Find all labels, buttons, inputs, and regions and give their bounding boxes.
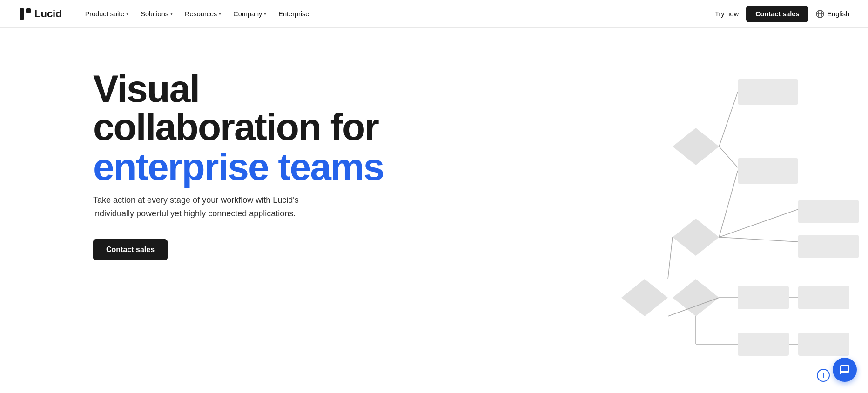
globe-icon	[816, 10, 824, 18]
svg-rect-21	[738, 286, 789, 309]
nav-company[interactable]: Company ▾	[229, 7, 271, 21]
svg-rect-9	[738, 158, 798, 184]
hero-title-blue: enterprise teams	[93, 148, 384, 186]
nav-links: Product suite ▾ Solutions ▾ Resources ▾ …	[81, 7, 715, 21]
nav-company-label: Company	[233, 10, 262, 18]
svg-marker-16	[621, 279, 668, 316]
chevron-down-icon: ▾	[126, 11, 128, 16]
info-button[interactable]: i	[817, 369, 830, 382]
svg-line-14	[719, 237, 798, 242]
chat-icon	[839, 364, 850, 375]
svg-rect-13	[798, 200, 859, 223]
nav-enterprise-label: Enterprise	[278, 10, 309, 18]
hero-subtitle: Take action at every stage of your workf…	[93, 193, 307, 220]
hero-title: Visual collaboration for enterprise team…	[93, 70, 384, 186]
svg-rect-26	[738, 333, 789, 356]
info-icon: i	[822, 372, 824, 379]
nav-actions: Try now Contact sales English	[715, 6, 849, 22]
lucid-logo-icon	[19, 7, 32, 20]
chevron-down-icon: ▾	[219, 11, 221, 16]
nav-resources[interactable]: Resources ▾	[180, 7, 226, 21]
svg-rect-0	[20, 8, 24, 20]
svg-rect-28	[798, 333, 849, 356]
nav-contact-sales-button[interactable]: Contact sales	[746, 6, 808, 22]
svg-rect-15	[798, 235, 859, 258]
svg-line-12	[719, 209, 798, 237]
nav-resources-label: Resources	[185, 10, 217, 18]
try-now-link[interactable]: Try now	[715, 10, 739, 18]
logo-text: Lucid	[34, 8, 62, 20]
svg-line-18	[668, 237, 673, 279]
svg-rect-1	[26, 8, 31, 13]
hero-flowchart-diagram	[552, 65, 868, 381]
svg-line-11	[719, 171, 738, 237]
language-selector[interactable]: English	[816, 10, 849, 18]
svg-marker-10	[673, 219, 719, 256]
svg-marker-6	[673, 128, 719, 165]
svg-line-8	[719, 147, 738, 167]
chat-widget-button[interactable]	[833, 358, 857, 382]
nav-product-suite[interactable]: Product suite ▾	[81, 7, 134, 21]
nav-solutions[interactable]: Solutions ▾	[136, 7, 177, 21]
nav-solutions-label: Solutions	[141, 10, 168, 18]
hero-contact-sales-button[interactable]: Contact sales	[93, 239, 168, 260]
hero-content: Visual collaboration for enterprise team…	[93, 56, 384, 260]
svg-rect-23	[798, 286, 849, 309]
navbar: Lucid Product suite ▾ Solutions ▾ Resour…	[0, 0, 868, 28]
chevron-down-icon: ▾	[170, 11, 173, 16]
nav-product-suite-label: Product suite	[85, 10, 125, 18]
logo[interactable]: Lucid	[19, 7, 62, 20]
nav-enterprise[interactable]: Enterprise	[274, 7, 314, 21]
chevron-down-icon: ▾	[264, 11, 266, 16]
hero-section: Visual collaboration for enterprise team…	[0, 28, 868, 393]
svg-marker-17	[673, 279, 719, 316]
language-label: English	[827, 10, 849, 18]
svg-line-7	[719, 92, 738, 147]
svg-rect-5	[738, 79, 798, 105]
